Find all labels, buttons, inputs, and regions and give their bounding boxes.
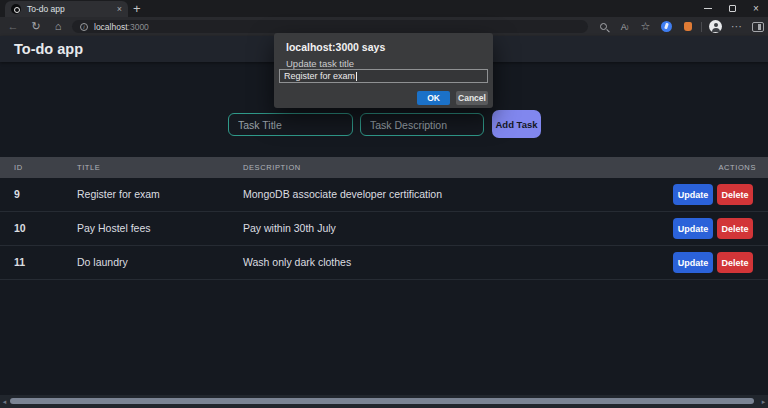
js-prompt-dialog: localhost:3000 says Update task title Re… [274,33,493,108]
tab-close-icon[interactable]: × [117,4,122,14]
extension-blue-icon [661,21,672,32]
delete-button[interactable]: Delete [717,184,753,205]
task-title-input[interactable] [228,113,353,136]
dialog-message: Update task title [286,58,354,69]
read-aloud-button[interactable]: A) [614,17,635,36]
toolbar-right-icons: A) ☆ ⋯ [593,17,768,36]
sidebar-toggle-button[interactable] [747,17,768,36]
column-header-title: TITLE [77,157,100,178]
dialog-origin-title: localhost:3000 says [286,41,385,53]
settings-menu-button[interactable]: ⋯ [726,17,747,36]
back-button[interactable]: ← [4,17,22,36]
favicon-icon [11,4,21,14]
toolbar-separator [701,22,702,32]
avatar-icon [709,20,722,33]
text-caret [356,72,357,81]
scroll-right-icon[interactable]: ▸ [759,395,768,408]
back-icon: ← [8,20,19,32]
url-host: localhost [94,22,128,32]
star-icon: ☆ [641,20,651,33]
tab-title: To-do app [27,4,113,14]
add-task-button[interactable]: Add Task [492,110,541,138]
dialog-cancel-button[interactable]: Cancel [456,91,488,105]
row-description: Pay within 30th July [243,212,336,245]
horizontal-scrollbar[interactable]: ◂ ▸ [0,395,768,408]
tab-strip: To-do app × + × [0,0,768,17]
extension-blue[interactable] [656,17,677,36]
refresh-icon: ↻ [31,20,40,32]
update-button[interactable]: Update [673,218,713,239]
column-header-id: ID [14,157,23,178]
dialog-ok-button[interactable]: OK [417,91,450,105]
minimize-icon [704,8,712,9]
browser-window: To-do app × + × ← ↻ ⌂ i localhost:3000 A… [0,0,768,408]
browser-tab[interactable]: To-do app × [5,1,128,17]
favorites-button[interactable]: ☆ [635,17,656,36]
close-window-icon: × [753,4,759,14]
update-button[interactable]: Update [673,252,713,273]
home-button[interactable]: ⌂ [49,17,67,36]
site-info-icon[interactable]: i [80,23,88,31]
window-controls: × [696,0,768,17]
extension-orange-icon [684,22,692,31]
column-header-description: DESCRIPTION [243,157,301,178]
row-title: Pay Hostel fees [77,212,151,245]
maximize-button[interactable] [720,0,744,17]
home-icon: ⌂ [55,20,62,32]
new-tab-button[interactable]: + [133,0,141,17]
task-description-input[interactable] [360,113,484,136]
maximize-icon [729,5,736,12]
row-id: 11 [14,246,25,279]
dialog-input-value: Register for exam [284,71,355,81]
url-port: :3000 [128,22,149,32]
update-button[interactable]: Update [673,184,713,205]
table-row: 11 Do laundry Wash only dark clothes Upd… [0,246,768,280]
close-window-button[interactable]: × [744,0,768,17]
minimize-button[interactable] [696,0,720,17]
delete-button[interactable]: Delete [717,218,753,239]
row-title: Register for exam [77,178,160,211]
row-description: MongoDB associate developer certificatio… [243,178,442,211]
row-description: Wash only dark clothes [243,246,351,279]
scroll-left-icon[interactable]: ◂ [0,395,9,408]
row-id: 10 [14,212,26,245]
refresh-button[interactable]: ↻ [27,17,45,36]
address-bar[interactable]: i localhost:3000 [72,20,588,33]
dots-menu-icon: ⋯ [731,20,742,33]
profile-button[interactable] [705,17,726,36]
table-row: 10 Pay Hostel fees Pay within 30th July … [0,212,768,246]
zoom-button[interactable] [593,17,614,36]
extension-orange[interactable] [677,17,698,36]
column-header-actions: ACTIONS [718,157,756,178]
row-id: 9 [14,178,20,211]
row-title: Do laundry [77,246,128,279]
table-header: ID TITLE DESCRIPTION ACTIONS [0,157,768,178]
scrollbar-thumb[interactable] [10,398,754,404]
table-row: 9 Register for exam MongoDB associate de… [0,178,768,212]
dialog-text-input[interactable]: Register for exam [279,69,488,83]
zoom-icon [600,23,607,30]
sidebar-icon [752,22,764,32]
delete-button[interactable]: Delete [717,252,753,273]
